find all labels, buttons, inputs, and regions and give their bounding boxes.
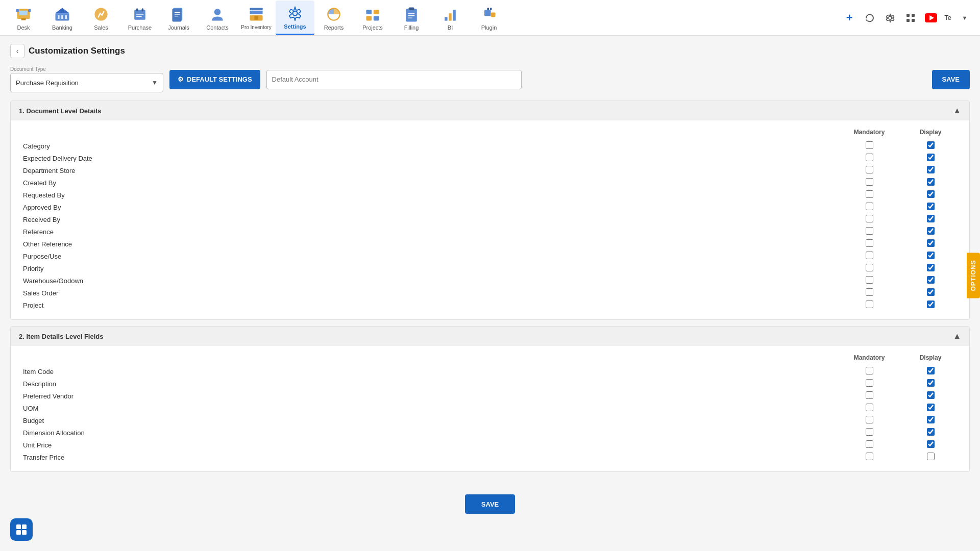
- mandatory-cell[interactable]: [839, 164, 900, 177]
- mandatory-cell[interactable]: [839, 177, 900, 189]
- display-checkbox[interactable]: [927, 239, 935, 247]
- display-checkbox[interactable]: [927, 141, 935, 149]
- display-checkbox[interactable]: [927, 453, 935, 460]
- mandatory-checkbox[interactable]: [866, 416, 873, 423]
- mandatory-cell[interactable]: [839, 140, 900, 152]
- display-checkbox[interactable]: [927, 391, 935, 399]
- mandatory-checkbox[interactable]: [866, 227, 873, 235]
- display-cell[interactable]: [900, 287, 961, 299]
- mandatory-cell[interactable]: [839, 287, 900, 299]
- mandatory-checkbox[interactable]: [866, 264, 873, 271]
- display-cell[interactable]: [900, 226, 961, 238]
- display-checkbox[interactable]: [927, 227, 935, 235]
- display-checkbox[interactable]: [927, 288, 935, 296]
- display-checkbox[interactable]: [927, 416, 935, 423]
- display-cell[interactable]: [900, 177, 961, 189]
- mandatory-checkbox[interactable]: [866, 190, 873, 198]
- youtube-icon[interactable]: [924, 11, 938, 25]
- mandatory-cell[interactable]: [839, 262, 900, 274]
- mandatory-cell[interactable]: [839, 365, 900, 378]
- mandatory-cell[interactable]: [839, 152, 900, 164]
- default-settings-button[interactable]: ⚙ DEFAULT SETTINGS: [169, 70, 260, 89]
- display-cell[interactable]: [900, 189, 961, 201]
- save-button-top[interactable]: SAVE: [932, 70, 970, 89]
- mandatory-cell[interactable]: [839, 402, 900, 414]
- mandatory-cell[interactable]: [839, 213, 900, 226]
- default-account-input[interactable]: [266, 70, 522, 89]
- mandatory-checkbox[interactable]: [866, 154, 873, 161]
- mandatory-checkbox[interactable]: [866, 215, 873, 222]
- display-checkbox[interactable]: [927, 190, 935, 198]
- nav-item-settings[interactable]: Settings: [276, 1, 314, 35]
- display-cell[interactable]: [900, 164, 961, 177]
- display-checkbox[interactable]: [927, 215, 935, 222]
- user-label[interactable]: Te: [944, 14, 951, 21]
- back-button[interactable]: ‹: [10, 44, 24, 58]
- user-dropdown-icon[interactable]: ▼: [958, 11, 972, 25]
- mandatory-checkbox[interactable]: [866, 300, 873, 308]
- display-cell[interactable]: [900, 451, 961, 463]
- display-cell[interactable]: [900, 390, 961, 402]
- display-checkbox[interactable]: [927, 276, 935, 284]
- display-cell[interactable]: [900, 213, 961, 226]
- save-button-bottom[interactable]: SAVE: [465, 494, 515, 514]
- mandatory-cell[interactable]: [839, 250, 900, 262]
- display-checkbox[interactable]: [927, 178, 935, 186]
- nav-item-filling[interactable]: Filling: [392, 1, 431, 35]
- display-cell[interactable]: [900, 378, 961, 390]
- mandatory-checkbox[interactable]: [866, 428, 873, 436]
- display-cell[interactable]: [900, 201, 961, 213]
- mandatory-cell[interactable]: [839, 439, 900, 451]
- display-checkbox[interactable]: [927, 264, 935, 271]
- settings-icon[interactable]: [883, 11, 897, 25]
- mandatory-cell[interactable]: [839, 451, 900, 463]
- nav-item-contacts[interactable]: Contacts: [198, 1, 237, 35]
- nav-item-journals[interactable]: Journals: [159, 1, 198, 35]
- mandatory-checkbox[interactable]: [866, 379, 873, 387]
- options-tab[interactable]: OPTIONS: [967, 253, 980, 298]
- display-checkbox[interactable]: [927, 440, 935, 448]
- mandatory-cell[interactable]: [839, 390, 900, 402]
- mandatory-checkbox[interactable]: [866, 367, 873, 374]
- display-cell[interactable]: [900, 414, 961, 427]
- nav-item-projects[interactable]: Projects: [353, 1, 392, 35]
- document-type-select[interactable]: Purchase Requisition ▼: [10, 73, 163, 92]
- display-cell[interactable]: [900, 439, 961, 451]
- display-checkbox[interactable]: [927, 154, 935, 161]
- display-checkbox[interactable]: [927, 166, 935, 173]
- mandatory-checkbox[interactable]: [866, 453, 873, 460]
- section1-header[interactable]: 1. Document Level Details ▲: [11, 101, 969, 120]
- mandatory-checkbox[interactable]: [866, 141, 873, 149]
- mandatory-checkbox[interactable]: [866, 404, 873, 411]
- display-checkbox[interactable]: [927, 300, 935, 308]
- display-cell[interactable]: [900, 238, 961, 250]
- mandatory-checkbox[interactable]: [866, 239, 873, 247]
- nav-item-desk[interactable]: Desk: [4, 1, 43, 35]
- display-cell[interactable]: [900, 262, 961, 274]
- mandatory-checkbox[interactable]: [866, 440, 873, 448]
- mandatory-checkbox[interactable]: [866, 203, 873, 210]
- display-cell[interactable]: [900, 140, 961, 152]
- add-icon[interactable]: +: [842, 11, 856, 25]
- nav-item-pro-inventory[interactable]: Pro Inventory: [237, 1, 276, 35]
- nav-item-purchase[interactable]: Purchase: [120, 1, 159, 35]
- display-cell[interactable]: [900, 274, 961, 287]
- mandatory-cell[interactable]: [839, 427, 900, 439]
- refresh-icon[interactable]: [863, 11, 877, 25]
- mandatory-cell[interactable]: [839, 378, 900, 390]
- nav-item-bi[interactable]: BI: [431, 1, 470, 35]
- mandatory-checkbox[interactable]: [866, 252, 873, 259]
- display-cell[interactable]: [900, 365, 961, 378]
- display-cell[interactable]: [900, 299, 961, 311]
- mandatory-cell[interactable]: [839, 299, 900, 311]
- mandatory-cell[interactable]: [839, 201, 900, 213]
- mandatory-checkbox[interactable]: [866, 391, 873, 399]
- mandatory-cell[interactable]: [839, 274, 900, 287]
- mandatory-checkbox[interactable]: [866, 276, 873, 284]
- display-checkbox[interactable]: [927, 203, 935, 210]
- mandatory-cell[interactable]: [839, 414, 900, 427]
- mandatory-checkbox[interactable]: [866, 166, 873, 173]
- mandatory-checkbox[interactable]: [866, 288, 873, 296]
- display-checkbox[interactable]: [927, 404, 935, 411]
- nav-item-banking[interactable]: Banking: [43, 1, 82, 35]
